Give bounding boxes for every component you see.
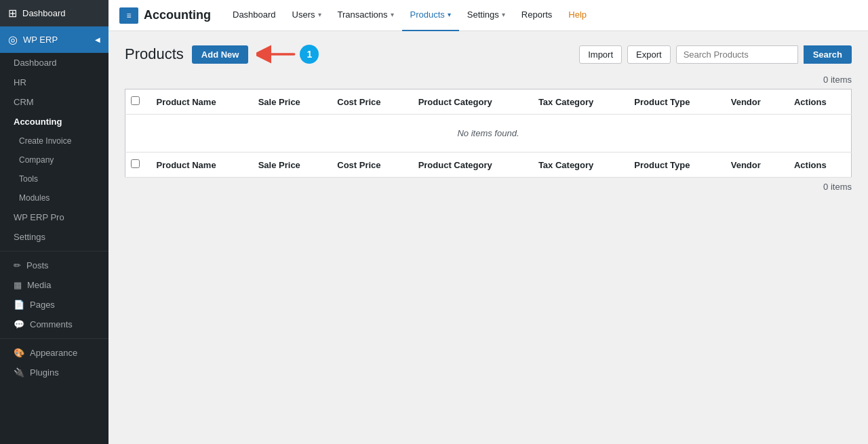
pages-icon: 📄 bbox=[14, 300, 24, 310]
table-footer-row: Product Name Sale Price Cost Price Produ… bbox=[125, 153, 852, 178]
page-title: Products bbox=[125, 45, 184, 63]
sidebar-item-hr[interactable]: HR bbox=[0, 73, 108, 92]
select-all-checkbox[interactable] bbox=[131, 96, 140, 105]
sidebar-item-label: Create Invoice bbox=[19, 136, 71, 146]
brand: ≡ Accounting bbox=[119, 7, 211, 24]
col-actions-footer: Actions bbox=[785, 153, 852, 178]
content-area: Products Add New 1 Import Export bbox=[108, 31, 868, 444]
col-product-type: Product Type bbox=[625, 89, 721, 115]
search-input[interactable] bbox=[676, 45, 798, 64]
nav-item-transactions[interactable]: Transactions ▾ bbox=[330, 0, 402, 31]
col-product-category-footer: Product Category bbox=[409, 153, 529, 178]
chevron-down-icon: ▾ bbox=[448, 11, 451, 18]
sidebar-item-plugins[interactable]: 🔌 Plugins bbox=[0, 363, 108, 382]
select-all-checkbox-footer[interactable] bbox=[131, 159, 140, 168]
search-button[interactable]: Search bbox=[804, 45, 852, 64]
col-cost-price-footer: Cost Price bbox=[328, 153, 408, 178]
sidebar-item-pages[interactable]: 📄 Pages bbox=[0, 295, 108, 315]
sidebar-item-dashboard-wp[interactable]: ⊞ Dashboard bbox=[0, 0, 108, 26]
col-product-type-footer: Product Type bbox=[625, 153, 721, 178]
nav-item-help[interactable]: Help bbox=[560, 0, 595, 31]
main-area: ≡ Accounting Dashboard Users ▾ Transacti… bbox=[108, 0, 868, 444]
col-product-name-footer: Product Name bbox=[147, 153, 249, 178]
sidebar-item-media[interactable]: ▦ Media bbox=[0, 275, 108, 295]
col-tax-category: Tax Category bbox=[529, 89, 625, 115]
page-header: Products Add New 1 Import Export bbox=[125, 45, 852, 64]
sidebar-item-label: CRM bbox=[14, 97, 34, 107]
export-button[interactable]: Export bbox=[627, 45, 671, 64]
appearance-icon: 🎨 bbox=[14, 348, 24, 358]
arrow-icon bbox=[256, 45, 297, 64]
sidebar-item-wperp[interactable]: ◎ WP ERP ◀ bbox=[0, 26, 108, 53]
nav-item-users[interactable]: Users ▾ bbox=[284, 0, 330, 31]
admin-sidebar: ⊞ Dashboard ◎ WP ERP ◀ Dashboard HR CRM … bbox=[0, 0, 108, 444]
dashboard-icon: ⊞ bbox=[8, 7, 17, 20]
sidebar-item-label: WP ERP Pro bbox=[14, 212, 64, 222]
sidebar-item-settings[interactable]: Settings bbox=[0, 227, 108, 247]
sidebar-item-posts[interactable]: ✏ Posts bbox=[0, 256, 108, 275]
arrow-annotation: 1 bbox=[256, 45, 319, 64]
sidebar-item-appearance[interactable]: 🎨 Appearance bbox=[0, 343, 108, 363]
col-product-category: Product Category bbox=[409, 89, 529, 115]
active-indicator: ◀ bbox=[95, 36, 100, 43]
select-all-footer bbox=[125, 153, 147, 178]
sidebar-item-label: Dashboard bbox=[14, 58, 57, 68]
nav-item-dashboard[interactable]: Dashboard bbox=[224, 0, 284, 31]
nav-item-label: Users bbox=[292, 9, 315, 20]
top-nav: ≡ Accounting Dashboard Users ▾ Transacti… bbox=[108, 0, 868, 31]
sidebar-item-crm[interactable]: CRM bbox=[0, 92, 108, 112]
sidebar-item-label: Appearance bbox=[30, 348, 77, 358]
sidebar-item-dashboard-sub[interactable]: Dashboard bbox=[0, 53, 108, 73]
sidebar-item-label: Tools bbox=[19, 174, 38, 184]
no-items-message: No items found. bbox=[125, 115, 852, 153]
toolbar-right: Import Export Search bbox=[579, 45, 852, 64]
chevron-down-icon: ▾ bbox=[318, 11, 321, 18]
col-vendor-footer: Vendor bbox=[722, 153, 785, 178]
select-all-header bbox=[125, 89, 147, 115]
sidebar-item-label: Media bbox=[27, 280, 51, 290]
sidebar-item-label: HR bbox=[14, 77, 26, 87]
import-button[interactable]: Import bbox=[579, 45, 622, 64]
sidebar-item-label: Pages bbox=[30, 300, 55, 310]
nav-item-label: Help bbox=[568, 9, 587, 20]
sidebar-item-label: Settings bbox=[14, 232, 45, 242]
sidebar-item-label: Comments bbox=[30, 319, 73, 329]
nav-item-label: Settings bbox=[467, 9, 499, 20]
sidebar-item-accounting[interactable]: Accounting bbox=[0, 112, 108, 132]
brand-icon: ≡ bbox=[119, 7, 138, 24]
add-new-button[interactable]: Add New bbox=[192, 45, 249, 64]
sidebar-item-label: Dashboard bbox=[22, 8, 66, 18]
brand-label: Accounting bbox=[144, 8, 211, 22]
sidebar-item-label: Posts bbox=[26, 260, 49, 270]
nav-item-reports[interactable]: Reports bbox=[513, 0, 561, 31]
items-count-top: 0 items bbox=[125, 75, 852, 85]
posts-icon: ✏ bbox=[14, 260, 21, 270]
col-sale-price-footer: Sale Price bbox=[249, 153, 328, 178]
col-actions: Actions bbox=[785, 89, 852, 115]
comments-icon: 💬 bbox=[14, 319, 24, 329]
table-header-row: Product Name Sale Price Cost Price Produ… bbox=[125, 89, 852, 115]
sidebar-item-wperp-pro[interactable]: WP ERP Pro bbox=[0, 207, 108, 227]
sidebar-item-company[interactable]: Company bbox=[0, 150, 108, 169]
step-badge: 1 bbox=[300, 45, 319, 64]
sidebar-item-tools[interactable]: Tools bbox=[0, 169, 108, 188]
sidebar-item-modules[interactable]: Modules bbox=[0, 188, 108, 207]
nav-item-label: Transactions bbox=[338, 9, 388, 20]
plugins-icon: 🔌 bbox=[14, 367, 24, 378]
col-cost-price: Cost Price bbox=[328, 89, 408, 115]
sidebar-item-label: Accounting bbox=[14, 117, 62, 127]
sidebar-item-label: Plugins bbox=[30, 367, 59, 378]
items-count-bottom: 0 items bbox=[125, 182, 852, 192]
chevron-down-icon: ▾ bbox=[502, 11, 505, 18]
chevron-down-icon: ▾ bbox=[391, 11, 394, 18]
products-table: Product Name Sale Price Cost Price Produ… bbox=[125, 89, 852, 178]
col-product-name: Product Name bbox=[147, 89, 249, 115]
wperp-icon: ◎ bbox=[8, 33, 18, 46]
nav-item-products[interactable]: Products ▾ bbox=[402, 0, 459, 31]
sidebar-item-comments[interactable]: 💬 Comments bbox=[0, 315, 108, 334]
sidebar-item-label: Modules bbox=[19, 193, 50, 203]
nav-item-label: Reports bbox=[521, 9, 553, 20]
sidebar-item-create-invoice[interactable]: Create Invoice bbox=[0, 132, 108, 150]
col-vendor: Vendor bbox=[722, 89, 785, 115]
nav-item-settings[interactable]: Settings ▾ bbox=[459, 0, 513, 31]
